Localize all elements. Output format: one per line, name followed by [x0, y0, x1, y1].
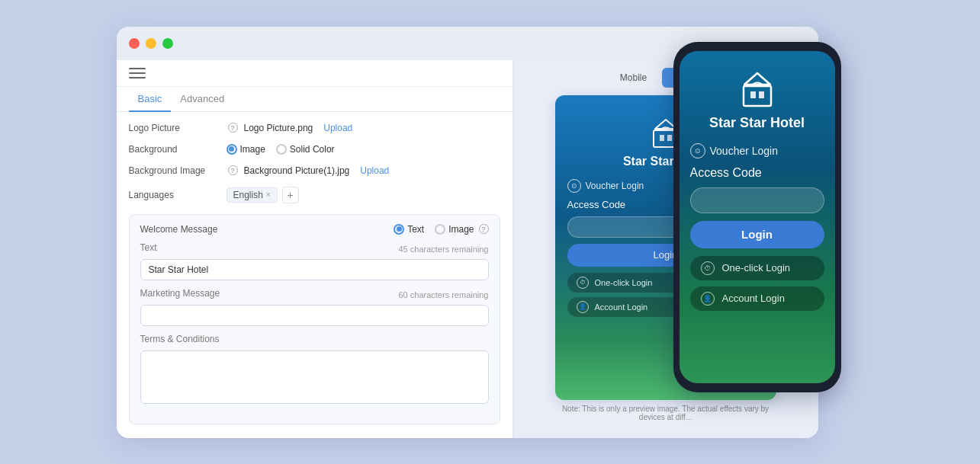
welcome-text-label: Text: [407, 224, 424, 235]
browser-window: Basic Advanced Logo Picture ? Logo Pictu…: [117, 27, 818, 438]
tab-advanced[interactable]: Advanced: [171, 87, 233, 112]
phone-voucher-icon: ⊙: [690, 143, 705, 158]
logo-picture-row: Logo Picture ? Logo Picture.png Upload: [129, 123, 500, 133]
solid-radio[interactable]: [276, 144, 287, 155]
background-row: Background Image Solid Color: [129, 144, 500, 155]
tab-mobile[interactable]: Mobile: [605, 68, 662, 88]
terms-textarea[interactable]: [140, 350, 489, 404]
logo-upload-link[interactable]: Upload: [323, 123, 352, 133]
account-login-icon: 👤: [577, 301, 589, 313]
voucher-icon: ⊙: [567, 179, 581, 193]
language-tag-text: English: [233, 190, 263, 200]
bg-image-value: Background Picture(1).jpg: [244, 165, 350, 176]
language-tag-english: English ×: [227, 187, 278, 203]
terms-field-row: Terms & Conditions: [140, 334, 489, 407]
marketing-field-label: Marketing Message: [140, 288, 220, 299]
phone-voucher-text: Voucher Login: [710, 145, 779, 157]
phone-one-click-text: One-click Login: [722, 262, 791, 274]
phone-hotel-name: Star Star Hotel: [709, 115, 805, 131]
one-click-icon: ⏱: [577, 277, 589, 289]
tabs-row: Basic Advanced: [117, 87, 512, 112]
text-field-label: Text: [140, 242, 157, 253]
phone-one-click-icon: ⏱: [701, 261, 715, 275]
text-char-count: 45 characters remaining: [398, 245, 488, 254]
close-dot[interactable]: [129, 38, 140, 49]
welcome-label: Welcome Message: [140, 224, 218, 235]
phone-login-btn[interactable]: Login: [690, 221, 824, 248]
phone-account-text: Account Login: [722, 293, 785, 304]
svg-rect-4: [750, 91, 756, 98]
bg-info-icon: ?: [228, 165, 238, 175]
language-tag-close[interactable]: ×: [266, 190, 271, 199]
phone-account-icon: 👤: [701, 292, 715, 306]
image-radio[interactable]: [227, 144, 237, 155]
welcome-section: Welcome Message Text Image ?: [129, 214, 500, 424]
phone-access-input[interactable]: [690, 187, 824, 213]
desktop-access-label: Access Code: [567, 199, 626, 210]
background-label: Background: [129, 144, 220, 155]
account-login-text: Account Login: [595, 302, 648, 312]
left-panel: Basic Advanced Logo Picture ? Logo Pictu…: [117, 60, 513, 438]
marketing-field-row: Marketing Message 60 characters remainin…: [140, 288, 489, 326]
logo-picture-label: Logo Picture: [129, 123, 220, 133]
tab-basic[interactable]: Basic: [129, 87, 172, 112]
marketing-input[interactable]: [140, 305, 489, 326]
bg-image-label: Background Image: [129, 165, 220, 176]
welcome-image-radio[interactable]: [435, 224, 445, 235]
background-solid-option[interactable]: Solid Color: [276, 144, 335, 155]
marketing-char-count: 60 characters remaining: [398, 290, 488, 299]
hamburger-icon[interactable]: [129, 68, 146, 78]
solid-label: Solid Color: [290, 144, 335, 155]
phone-access-label: Access Code: [690, 166, 762, 180]
svg-rect-5: [759, 91, 764, 98]
add-language-button[interactable]: +: [282, 187, 299, 203]
panel-header: [117, 60, 512, 87]
logo-info-icon: ?: [228, 123, 238, 133]
welcome-text-option[interactable]: Text: [394, 224, 424, 235]
languages-row: Languages English × +: [129, 187, 500, 203]
svg-rect-2: [667, 135, 672, 141]
welcome-header: Welcome Message Text Image ?: [140, 224, 489, 235]
logo-picture-value: Logo Picture.png: [244, 123, 313, 133]
panel-content: Logo Picture ? Logo Picture.png Upload B…: [117, 112, 512, 438]
background-image-option[interactable]: Image: [227, 144, 265, 155]
welcome-text-radio[interactable]: [394, 224, 404, 235]
note-text: Note: This is only a preview image. The …: [559, 405, 773, 421]
welcome-image-option[interactable]: Image ?: [435, 224, 488, 235]
phone-account-row: 👤 Account Login: [690, 286, 824, 311]
svg-rect-3: [744, 86, 771, 106]
minimize-dot[interactable]: [146, 38, 156, 49]
languages-label: Languages: [129, 190, 220, 200]
languages-group: English × +: [227, 187, 299, 203]
phone-one-click-row: ⏱ One-click Login: [690, 256, 824, 280]
one-click-text: One-click Login: [595, 278, 653, 287]
text-field-row: Text 45 characters remaining: [140, 242, 489, 280]
voucher-text: Voucher Login: [586, 181, 644, 191]
svg-rect-1: [660, 135, 664, 141]
welcome-image-label: Image: [448, 224, 474, 235]
welcome-image-info: ?: [479, 224, 489, 234]
phone-hotel-icon: [737, 69, 777, 109]
terms-field-label: Terms & Conditions: [140, 334, 220, 344]
background-radio-group: Image Solid Color: [227, 144, 335, 155]
phone-voucher-row: ⊙ Voucher Login: [690, 143, 824, 158]
image-label: Image: [240, 144, 265, 155]
phone-screen: Star Star Hotel ⊙ Voucher Login Access C…: [680, 51, 835, 383]
phone-mockup: Star Star Hotel ⊙ Voucher Login Access C…: [673, 42, 841, 392]
maximize-dot[interactable]: [162, 38, 173, 49]
text-input[interactable]: [140, 259, 489, 280]
welcome-radio-group: Text Image ?: [394, 224, 488, 235]
bg-upload-link[interactable]: Upload: [360, 165, 389, 176]
background-image-row: Background Image ? Background Picture(1)…: [129, 165, 500, 176]
